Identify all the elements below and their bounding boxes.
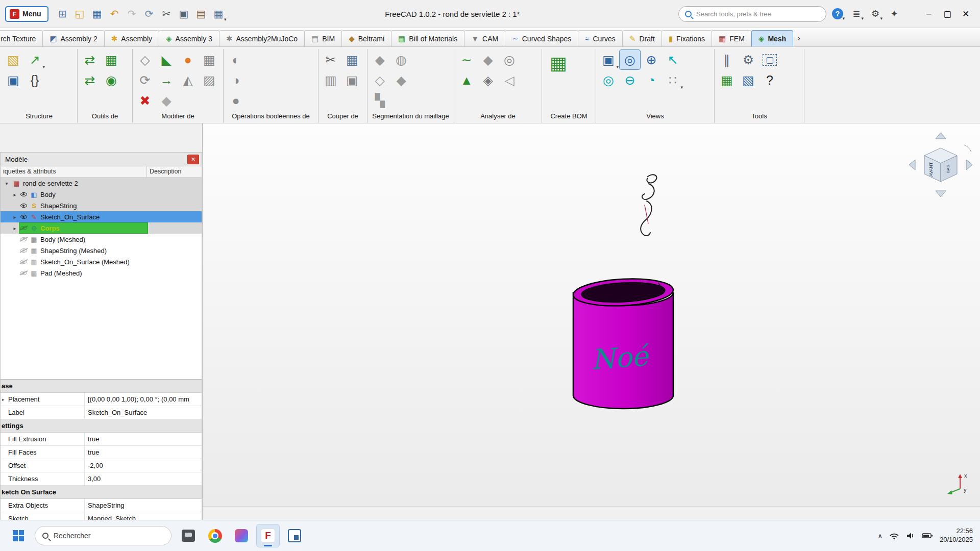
visibility-off-icon[interactable] <box>19 267 29 279</box>
refresh-icon[interactable]: ⟳ <box>141 6 157 22</box>
tree-row[interactable]: ▸◧Body <box>1 189 202 200</box>
save-icon[interactable]: ▦ <box>89 6 105 22</box>
trim-mesh-icon[interactable]: ✂ <box>321 50 341 69</box>
tab-curves[interactable]: ≈Curves <box>578 30 623 46</box>
property-row[interactable]: SketchMapped_Sketch <box>1 512 202 520</box>
move-mesh-icon[interactable]: → <box>156 70 177 90</box>
trim-plane-icon[interactable]: ▦ <box>342 50 362 69</box>
undo-icon[interactable]: ↶ <box>107 6 122 22</box>
tree-row[interactable]: ▦Body (Meshed) <box>1 234 202 245</box>
property-row[interactable]: Fill Extrusiontrue <box>1 433 202 446</box>
property-section-header[interactable]: ase <box>1 380 202 393</box>
zoom-border-icon[interactable]: ◎ <box>620 50 640 69</box>
refine-mesh-icon[interactable]: ◆ <box>156 91 177 110</box>
inspect-gem-icon[interactable]: ◆ <box>478 50 498 69</box>
taskbar-app-chrome[interactable] <box>203 524 227 547</box>
property-value[interactable]: Mapped_Sketch <box>85 512 202 520</box>
zoom-region-icon[interactable]: ◔ <box>641 70 662 90</box>
calculator-icon[interactable]: ▦ <box>717 70 737 90</box>
tab-assembly-3[interactable]: ◈Assembly 3 <box>159 30 219 46</box>
curvature-plot-icon[interactable]: ∼ <box>456 50 477 69</box>
boundary-icon[interactable]: ◁ <box>499 70 520 90</box>
puzzle-piece-icon[interactable]: ▚ <box>370 91 390 110</box>
volume-icon[interactable] <box>906 532 915 540</box>
preferences-gear-icon[interactable]: ⚙▾ <box>868 7 883 21</box>
property-value[interactable]: Sketch_On_Surface <box>85 406 202 419</box>
merge-segments-icon[interactable]: ◆ <box>391 70 411 90</box>
element-selection-icon[interactable]: ▧ <box>738 70 758 90</box>
new-document-icon[interactable]: ⊞ <box>55 6 70 22</box>
visibility-off-icon[interactable] <box>19 222 29 234</box>
tree-row[interactable]: SShapeString <box>1 200 202 211</box>
rotate-mesh-icon[interactable]: ⟳ <box>135 70 155 90</box>
property-row[interactable]: Thickness3,00 <box>1 472 202 486</box>
boolean-difference-icon[interactable]: ● <box>226 91 246 110</box>
tab-mesh[interactable]: ◈Mesh <box>751 30 793 46</box>
scale-mesh-icon[interactable]: ◭ <box>178 70 198 90</box>
make-link-icon[interactable]: ↗▾ <box>24 50 45 69</box>
tree-row[interactable]: ▦ShapeString (Meshed) <box>1 245 202 256</box>
tab-cam[interactable]: ▼CAM <box>464 30 505 46</box>
expander-open-icon[interactable]: ▾ <box>3 181 11 186</box>
expression-icon[interactable]: {} <box>24 70 45 90</box>
column-description[interactable]: Description <box>147 166 202 177</box>
battery-icon[interactable] <box>922 532 933 539</box>
boolean-union-icon[interactable]: ◐ <box>226 50 246 69</box>
box-selection-icon[interactable]: ▢ <box>760 50 780 69</box>
boolean-intersection-icon[interactable]: ◑ <box>226 70 246 90</box>
tray-expand-icon[interactable]: ∧ <box>877 532 883 540</box>
tab-assembly[interactable]: ✱Assembly <box>104 30 159 46</box>
taskbar-app-window[interactable] <box>283 524 306 547</box>
open-document-icon[interactable]: ◱ <box>72 6 88 22</box>
taskbar-search-input[interactable]: Rechercher <box>35 526 172 545</box>
menu-button[interactable]: F Menu <box>5 6 48 22</box>
view-cube-icon[interactable]: ▣▾ <box>598 50 619 69</box>
visibility-on-icon[interactable] <box>19 200 29 211</box>
segmentation-icon[interactable]: ◆ <box>370 50 390 69</box>
property-value[interactable]: true <box>85 446 202 459</box>
tab-assembly-2[interactable]: ◩Assembly 2 <box>42 30 105 46</box>
property-value[interactable]: 3,00 <box>85 472 202 485</box>
taskbar-app-freecad[interactable]: F <box>256 524 280 547</box>
caliper-icon[interactable]: ∥ <box>717 50 737 69</box>
cut-cube-icon[interactable]: ▣ <box>342 70 362 90</box>
property-row[interactable]: LabelSketch_On_Surface <box>1 406 202 419</box>
napkin-ring-cylinder[interactable]: Noé <box>573 277 674 409</box>
curvature-info-icon[interactable]: ▲ <box>456 70 477 90</box>
tab-assembly2mujoco[interactable]: ✱Assembly2MuJoCo <box>219 30 305 46</box>
best-fit-segmentation-icon[interactable]: ◇ <box>370 70 390 90</box>
fit-all-icon[interactable]: ◎ <box>598 70 619 90</box>
tree-row[interactable]: ▦Pad (Meshed) <box>1 267 202 279</box>
harmonize-normals-icon[interactable]: ◇ <box>135 50 155 69</box>
global-search-input[interactable]: Search tools, prefs & tree <box>678 6 826 22</box>
sketch-flourish[interactable] <box>641 174 656 235</box>
property-section-header[interactable]: ettings <box>1 419 202 433</box>
section-icon[interactable]: ▥ <box>321 70 341 90</box>
solid-check-icon[interactable]: ◈ <box>478 70 498 90</box>
pin-icon[interactable]: ✦ <box>887 7 901 21</box>
paste-icon[interactable]: ▤ <box>193 6 209 22</box>
property-row[interactable]: ▸Placement[(0,00 0,00 1,00); 0,00 °; (0,… <box>1 393 202 406</box>
mesh-export-icon[interactable]: ▦ <box>101 50 121 69</box>
property-value[interactable]: true <box>85 433 202 445</box>
help-icon[interactable]: ?▾ <box>830 7 845 21</box>
cut-icon[interactable]: ✂ <box>159 6 175 22</box>
tree-row[interactable]: ▸⚙Corps <box>1 222 202 234</box>
evaluate-mesh-icon[interactable]: ◎ <box>499 50 520 69</box>
visibility-off-icon[interactable] <box>19 245 29 256</box>
create-bom-icon[interactable]: ▦ <box>544 50 573 77</box>
property-row[interactable]: Extra ObjectsShapeString <box>1 499 202 512</box>
minimize-button[interactable]: – <box>920 5 938 23</box>
dependency-sheet-icon[interactable]: ▦▾ <box>211 6 227 22</box>
tree-row[interactable]: ▾▦rond de serviette 2 <box>1 178 202 189</box>
flip-normals-icon[interactable]: ◣ <box>156 50 177 69</box>
tab-fem[interactable]: ▦FEM <box>712 30 752 46</box>
3d-viewport[interactable]: Noé AVANT BAS <box>203 123 980 506</box>
tree-row[interactable]: ▦Sketch_On_Surface (Meshed) <box>1 256 202 267</box>
property-row[interactable]: Offset-2,00 <box>1 459 202 472</box>
visibility-off-icon[interactable] <box>19 256 29 267</box>
tab-rch-texture[interactable]: ▦rch Texture <box>0 30 43 46</box>
tab-overflow-button[interactable]: › <box>793 30 805 46</box>
property-section-header[interactable]: ketch On Surface <box>1 486 202 499</box>
property-value[interactable]: ShapeString <box>85 499 202 512</box>
